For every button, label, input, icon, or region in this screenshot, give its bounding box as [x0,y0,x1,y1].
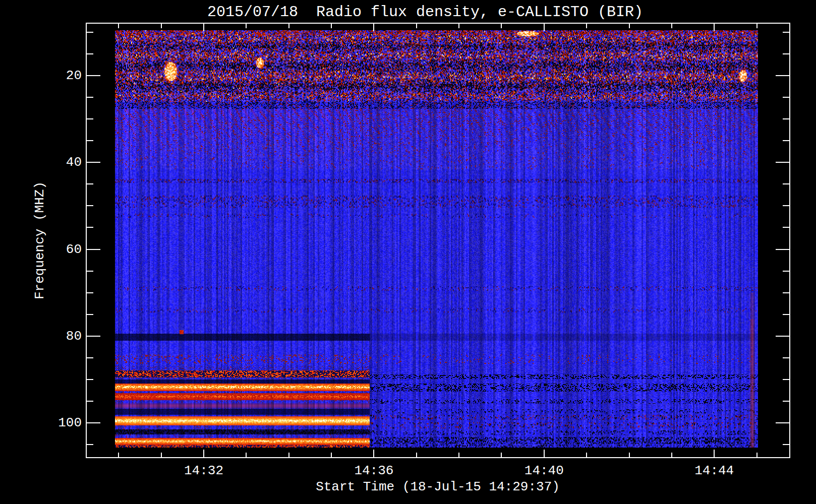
axis-tick [246,24,247,28]
axis-tick [544,24,545,31]
axis-tick [87,183,93,184]
axis-tick [501,453,502,457]
axis-tick [776,336,789,337]
axis-tick [373,450,374,457]
axis-tick [458,24,459,28]
axis-tick [87,401,93,402]
axis-tick [87,336,100,337]
spectrogram-page: 2015/07/18 Radio flux density, e-CALLIST… [0,0,816,504]
y-tick-label: 40 [41,156,82,169]
axis-tick [776,162,789,163]
axis-tick [783,444,789,445]
axis-tick [629,453,630,457]
axis-tick [783,140,789,141]
axis-tick [671,453,672,457]
axis-tick [783,32,789,33]
x-tick-label: 14:40 [524,464,564,477]
x-axis-label: Start Time (18-Jul-15 14:29:37) [316,480,560,493]
axis-tick [373,24,374,31]
y-tick-label: 80 [41,330,82,343]
axis-tick [783,379,789,380]
axis-tick [87,227,93,228]
axis-tick [783,53,789,54]
axis-tick [87,97,93,98]
axis-tick [783,292,789,293]
axis-tick [87,75,100,76]
axis-tick [586,24,587,28]
axis-tick [776,422,789,423]
axis-tick [458,453,459,457]
axis-tick [87,140,93,141]
axis-tick [783,205,789,206]
axis-tick [331,453,332,457]
x-tick-label: 14:36 [354,464,393,477]
axis-tick [714,450,715,457]
axis-tick [87,271,93,272]
axis-tick [87,422,100,423]
axis-tick [776,249,789,250]
axis-tick [783,357,789,358]
axis-tick [783,401,789,402]
x-tick-label: 14:44 [694,464,734,477]
axis-tick [416,24,417,28]
axis-tick [161,24,162,28]
axis-tick [416,453,417,457]
axis-tick [87,118,93,119]
axis-tick [87,162,100,163]
axis-tick [203,24,204,31]
axis-tick [246,453,247,457]
axis-tick [783,97,789,98]
axis-tick [331,24,332,28]
axis-tick [87,379,93,380]
axis-tick [203,450,204,457]
axis-tick [288,24,289,28]
axis-tick [783,183,789,184]
axis-tick [87,53,93,54]
x-tick-label: 14:32 [184,464,223,477]
axis-tick [87,292,93,293]
axis-tick [501,24,502,28]
axis-tick [288,453,289,457]
axis-tick [87,32,93,33]
axis-tick [161,453,162,457]
plot-frame [86,23,790,458]
axis-tick [783,271,789,272]
y-tick-label: 20 [41,69,82,82]
axis-tick [783,118,789,119]
axis-tick [118,453,119,457]
axis-tick [783,227,789,228]
axis-tick [756,453,757,457]
axis-tick [756,24,757,28]
axis-tick [783,314,789,315]
y-tick-label: 60 [41,243,82,256]
axis-tick [87,205,93,206]
axis-tick [118,24,119,28]
y-axis-label: Frequency (MHZ) [33,181,46,299]
axis-tick [714,24,715,31]
axis-tick [671,24,672,28]
axis-tick [87,444,93,445]
axis-tick [586,453,587,457]
y-tick-label: 100 [41,416,82,429]
chart-title: 2015/07/18 Radio flux density, e-CALLIST… [207,5,643,20]
axis-tick [629,24,630,28]
axis-tick [776,75,789,76]
axis-tick [87,357,93,358]
axis-tick [87,249,100,250]
axis-tick [87,314,93,315]
axis-tick [544,450,545,457]
